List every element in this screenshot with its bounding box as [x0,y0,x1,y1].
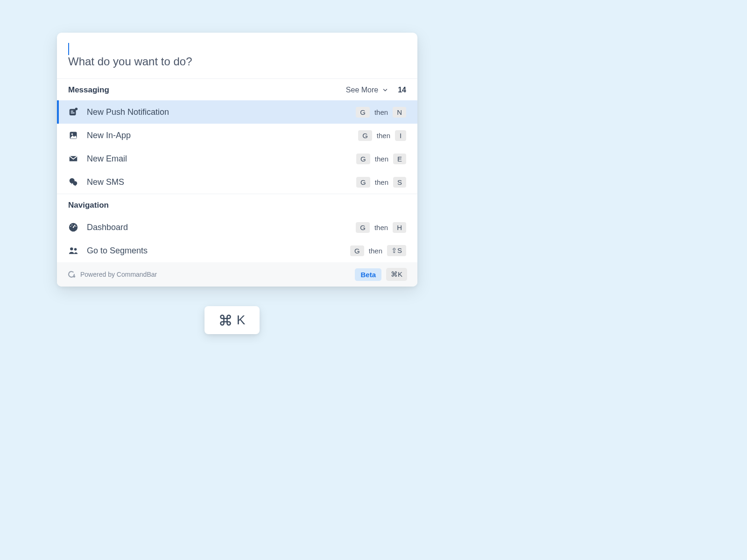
svg-point-10 [70,226,71,227]
chevron-down-icon [382,87,388,93]
shortcut-then: then [377,132,390,140]
palette-footer: Powered by CommandBar Beta ⌘K [57,262,417,287]
shortcut-hint-badge: ⌘K [386,268,407,281]
command-item-new-sms[interactable]: New SMS G then S [57,170,417,194]
svg-rect-2 [71,111,74,112]
command-item-label: New SMS [87,177,356,187]
command-item-label: Dashboard [87,223,356,232]
command-item-label: Go to Segments [87,246,350,256]
floating-shortcut-badge[interactable]: K [204,306,260,334]
svg-point-1 [75,108,78,111]
shortcut: G then S [356,177,406,188]
commandbar-logo-icon [67,270,76,279]
svg-point-15 [74,276,75,277]
shortcut-key: G [356,222,370,233]
command-item-new-inapp[interactable]: New In-App G then I [57,124,417,147]
text-cursor [68,43,69,55]
section-title: Messaging [68,85,109,95]
svg-point-14 [74,248,77,251]
shortcut-key: G [356,154,370,164]
shortcut-key: G [350,245,364,256]
shortcut-key: G [358,130,372,141]
svg-point-5 [71,133,73,135]
svg-rect-0 [70,109,76,116]
section-header-navigation: Navigation [57,194,417,216]
command-key-icon [219,314,232,327]
shortcut-then: then [374,108,388,116]
svg-point-13 [70,247,73,250]
svg-point-11 [76,226,77,227]
search-input[interactable] [68,55,406,68]
svg-point-9 [73,227,74,228]
email-icon [68,154,78,164]
shortcut: G then N [356,107,406,118]
see-more-button[interactable]: See More 14 [346,86,406,94]
shortcut-key: E [393,154,406,164]
shortcut-key: ⇧S [387,245,406,256]
section-header-messaging: Messaging See More 14 [57,79,417,100]
search-area [57,33,417,79]
command-item-segments[interactable]: Go to Segments G then ⇧S [57,239,417,262]
command-item-label: New Email [87,154,356,164]
shortcut-key: N [393,107,406,118]
section-title: Navigation [68,201,109,210]
command-item-new-push[interactable]: New Push Notification G then N [57,100,417,124]
command-item-label: New In-App [87,131,358,140]
command-item-label: New Push Notification [87,107,356,117]
shortcut-then: then [374,224,388,231]
shortcut-key: I [395,130,406,141]
command-item-dashboard[interactable]: Dashboard G then H [57,216,417,239]
people-icon [68,245,78,256]
beta-badge[interactable]: Beta [355,268,381,281]
shortcut: G then ⇧S [350,245,406,256]
gauge-icon [68,222,78,232]
svg-point-12 [71,224,72,225]
command-item-new-email[interactable]: New Email G then E [57,147,417,170]
see-more-label: See More [346,86,378,94]
shortcut-key: S [393,177,406,188]
shortcut: G then H [356,222,406,233]
see-more-count: 14 [398,86,406,94]
shortcut-key: G [356,177,370,188]
shortcut-hint-text: ⌘K [391,270,402,279]
svg-point-7 [73,181,77,185]
floating-shortcut-key: K [237,313,246,328]
shortcut-then: then [375,155,388,163]
shortcut-key: G [356,107,370,118]
shortcut-then: then [375,178,388,186]
powered-by-label: Powered by CommandBar [80,271,157,278]
push-icon [68,107,78,117]
svg-rect-3 [71,112,75,113]
sms-icon [68,177,78,187]
shortcut: G then E [356,154,406,164]
inapp-icon [68,130,78,140]
shortcut: G then I [358,130,406,141]
shortcut-then: then [369,247,382,255]
shortcut-key: H [393,222,406,233]
command-palette: Messaging See More 14 New Push Notificat… [57,33,417,287]
